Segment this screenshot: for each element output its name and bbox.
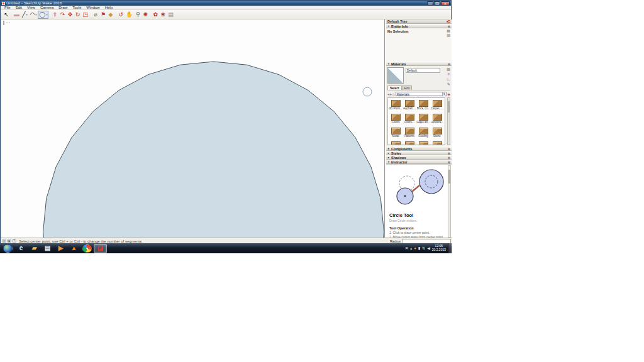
forward-arrow-icon[interactable]: ▸ — [390, 92, 392, 97]
material-category[interactable]: Colors-... — [402, 112, 416, 126]
taskbar-document-app[interactable]: ▤ — [41, 244, 54, 253]
credits-icon[interactable]: ◉ — [7, 239, 11, 243]
material-category[interactable]: Glass an... — [416, 112, 430, 126]
material-category[interactable]: Metal — [389, 126, 402, 140]
instructor-scrollbar[interactable] — [448, 165, 451, 238]
sample-paint-button[interactable]: ✎ — [447, 82, 450, 86]
panel-close-icon[interactable]: ⊗ — [448, 151, 450, 155]
panel-shadows[interactable]: ► Shadows ⊗ — [386, 155, 452, 160]
material-category[interactable]: Carpet, ... — [430, 99, 444, 112]
panel-close-icon[interactable]: ⊗ — [448, 62, 450, 66]
minimize-button[interactable]: — — [427, 1, 433, 6]
menu-file[interactable]: File — [2, 6, 13, 10]
tray-close-button[interactable]: ✕ — [448, 20, 450, 23]
material-category[interactable]: Tile — [402, 140, 416, 145]
tray-header[interactable]: Default Tray ▾✕ — [386, 19, 452, 24]
taskbar-vlc[interactable]: ▲ — [67, 244, 80, 253]
drawn-circle-face[interactable] — [43, 62, 384, 238]
taskbar-explorer-folder[interactable]: ▰ — [28, 244, 41, 253]
panel-close-icon[interactable]: ⊗ — [448, 156, 450, 160]
instructor-header[interactable]: ▼ Instructor ⊗ — [386, 160, 452, 164]
panel-styles[interactable]: ► Styles ⊗ — [386, 151, 452, 155]
menu-camera[interactable]: Camera — [38, 6, 56, 10]
zoom-extents-tool[interactable]: ✺ — [142, 11, 149, 19]
display-secondary-pane-button[interactable]: ▥ — [447, 67, 450, 71]
materials-scrollbar[interactable] — [447, 97, 450, 145]
taskbar-sketchup[interactable]: ◪ — [94, 244, 107, 253]
material-category[interactable]: Synthet... — [389, 140, 402, 145]
material-category[interactable]: Patterns — [402, 126, 416, 140]
entity-hide-icon[interactable]: ▥ — [447, 33, 450, 37]
menu-tools[interactable]: Tools — [70, 6, 84, 10]
battery-icon[interactable]: ▮ — [418, 246, 420, 251]
panel-close-icon[interactable]: ⊗ — [448, 25, 450, 28]
taskbar-internet-explorer[interactable]: e — [14, 244, 28, 253]
create-material-button[interactable]: ✳ — [447, 72, 450, 76]
help-icon[interactable]: ? — [12, 239, 16, 243]
start-button[interactable] — [3, 244, 13, 253]
material-category[interactable]: Roofing — [416, 126, 430, 140]
material-preview-swatch[interactable] — [387, 67, 404, 84]
tape-measure-tool[interactable]: ⌀ — [92, 11, 99, 19]
network-icon[interactable]: ⇅ — [422, 246, 425, 251]
followme-tool[interactable]: ↷ — [58, 11, 66, 19]
maximize-button[interactable]: ❐ — [434, 1, 440, 6]
select-tool[interactable]: ↖ — [3, 11, 10, 19]
text-tool[interactable]: ⚑ — [99, 11, 107, 19]
zoom-tool[interactable]: ⚲ — [134, 11, 142, 19]
pushpull-tool[interactable]: ⇧ — [51, 11, 58, 19]
circle-tool[interactable]: ◯ — [38, 11, 48, 19]
pan-tool[interactable]: ✋ — [125, 11, 134, 19]
update-status-icon[interactable]: ● — [414, 246, 416, 251]
material-category[interactable]: Landsca... — [430, 112, 444, 126]
taskbar-chrome[interactable]: ● — [82, 244, 92, 253]
orbit-tool[interactable]: ↺ — [117, 11, 125, 19]
materials-tab-edit[interactable]: Edit — [402, 85, 413, 90]
taskbar-media-player[interactable]: ▶ — [54, 244, 67, 253]
menu-window[interactable]: Window — [84, 6, 102, 10]
arc-tool[interactable]: ◠ — [28, 11, 38, 19]
material-category[interactable]: 3D Printi... — [389, 99, 402, 112]
paint-bucket-tool[interactable]: ◆ — [107, 11, 114, 19]
instructor-tool-title: Circle Tool — [389, 212, 413, 218]
3d-warehouse-button[interactable]: ✿ — [152, 11, 159, 19]
show-desktop-button[interactable] — [448, 243, 451, 253]
panel-components[interactable]: ► Components ⊗ — [386, 146, 452, 151]
send-to-layout-button[interactable]: ▤ — [167, 11, 175, 19]
taskbar-clock[interactable]: 12:05 20.2.2015 — [432, 244, 446, 252]
menu-view[interactable]: View — [25, 6, 38, 10]
materials-header[interactable]: ▼ Materials ⊗ — [386, 62, 452, 66]
materials-tab-select[interactable]: Select — [387, 85, 402, 90]
entity-details-icon[interactable]: ▤ — [447, 29, 450, 33]
menu-help[interactable]: Help — [103, 6, 115, 10]
home-icon[interactable]: ⌂ — [392, 92, 395, 97]
material-category[interactable]: Transluc... — [416, 140, 430, 145]
extension-warehouse-button[interactable]: ❀ — [159, 11, 167, 19]
default-material-button[interactable]: ◺ — [447, 77, 450, 81]
menu-draw[interactable]: Draw — [56, 6, 70, 10]
rotate-tool[interactable]: ↻ — [74, 11, 81, 19]
volume-icon[interactable]: ◀ — [427, 246, 430, 251]
hidden-icons-button[interactable]: ▴ — [410, 246, 412, 251]
entity-info-header[interactable]: ▼ Entity Info ⊗ — [386, 24, 452, 28]
eraser-tool[interactable]: ▬ — [13, 11, 21, 19]
geolocation-icon[interactable]: ◎ — [2, 239, 6, 243]
panel-close-icon[interactable]: ⊗ — [448, 147, 450, 151]
material-category[interactable]: Brick, Cl... — [416, 99, 430, 112]
material-category[interactable]: Colors — [389, 112, 402, 126]
language-indicator[interactable]: FI — [406, 246, 408, 250]
material-category[interactable]: Stone — [430, 126, 444, 140]
move-tool[interactable]: ✥ — [66, 11, 74, 19]
close-button[interactable]: ✕ — [441, 1, 450, 6]
material-category[interactable]: Asphalt ... — [402, 99, 416, 112]
back-arrow-icon[interactable]: ◂ — [387, 92, 389, 97]
material-category[interactable]: Water — [430, 140, 444, 145]
materials-collection-dropdown[interactable]: Materials ▼ — [396, 92, 447, 96]
scale-tool[interactable]: ◳ — [81, 11, 89, 19]
menu-edit[interactable]: Edit — [13, 6, 25, 10]
material-name-field[interactable]: Default — [406, 68, 440, 73]
in-model-paint-icon[interactable]: ◈ — [447, 92, 450, 97]
line-tool[interactable]: ╱ — [21, 11, 28, 19]
panel-close-icon[interactable]: ⊗ — [448, 160, 450, 164]
drawing-canvas[interactable] — [1, 19, 385, 238]
